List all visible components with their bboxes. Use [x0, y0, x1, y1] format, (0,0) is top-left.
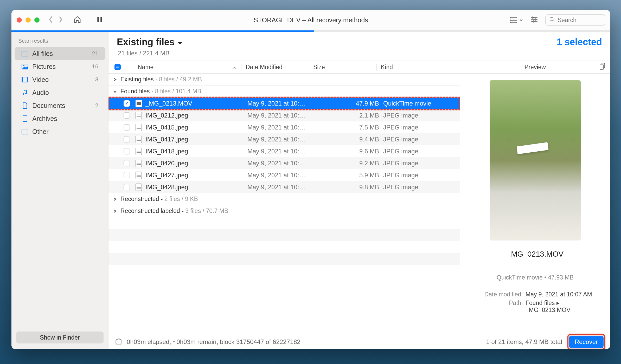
preview-thumbnail[interactable] [490, 80, 581, 240]
column-header-date[interactable]: Date Modified [241, 64, 309, 71]
sidebar-item-other[interactable]: Other [15, 125, 105, 138]
file-size: 5.9 MB [315, 172, 382, 179]
file-date: May 9, 2021 at 10:… [247, 172, 315, 179]
file-kind: JPEG image [382, 124, 460, 131]
group-meta: 8 files / 49.2 MB [159, 76, 202, 83]
column-header-size[interactable]: Size [309, 64, 376, 71]
sidebar-item-label: Pictures [32, 63, 56, 70]
file-kind: QuickTime movie [382, 100, 460, 107]
row-checkbox[interactable] [121, 148, 132, 154]
file-size: 9.6 MB [315, 148, 382, 155]
file-name: IMG_0418.jpeg [145, 148, 247, 155]
file-kind: JPEG image [382, 160, 460, 167]
file-date: May 9, 2021 at 10:… [247, 160, 315, 167]
file-row[interactable]: IMG_0415.jpegMay 9, 2021 at 10:…7.5 MBJP… [108, 121, 460, 133]
row-checkbox[interactable] [121, 184, 132, 190]
row-checkbox[interactable] [121, 112, 132, 119]
sidebar-item-label: All files [32, 50, 53, 57]
file-type-icon [132, 160, 145, 167]
file-name: IMG_0212.jpeg [145, 112, 247, 119]
file-size: 47.9 MB [315, 100, 382, 107]
file-count-summary: 21 files / 221.4 MB [117, 50, 602, 57]
file-row[interactable]: IMG_0417.jpegMay 9, 2021 at 10:…9.4 MBJP… [108, 133, 460, 145]
other-icon [21, 128, 29, 135]
group-label: Existing files - [120, 76, 157, 83]
all-files-icon [21, 50, 29, 57]
scan-status: 0h03m elapsed, ~0h03m remain, block 3175… [127, 338, 300, 346]
group-label: Found files - [120, 88, 153, 95]
file-row[interactable]: IMG_0428.jpegMay 9, 2021 at 10:…9.8 MBJP… [108, 181, 460, 193]
file-date: May 9, 2021 at 10:… [247, 124, 315, 131]
forward-button[interactable] [58, 16, 63, 24]
file-row[interactable]: IMG_0420.jpegMay 9, 2021 at 10:…9.2 MBJP… [108, 157, 460, 169]
search-input[interactable] [558, 17, 610, 24]
home-button[interactable] [73, 16, 81, 24]
preview-filename: _MG_0213.MOV [507, 250, 564, 258]
pause-button[interactable] [97, 16, 103, 24]
row-checkbox[interactable] [121, 100, 132, 107]
column-header-kind[interactable]: Kind [376, 64, 460, 71]
main-title-text: Existing files [117, 37, 175, 48]
svg-point-15 [23, 65, 24, 66]
svg-rect-17 [22, 77, 23, 82]
file-date: May 9, 2021 at 10:… [247, 184, 315, 191]
file-date: May 9, 2021 at 10:… [247, 100, 315, 107]
file-name: _MG_0213.MOV [145, 100, 247, 107]
column-header-name[interactable]: Name [127, 64, 241, 71]
file-row[interactable]: IMG_0427.jpegMay 9, 2021 at 10:…5.9 MBJP… [108, 169, 460, 181]
sidebar-item-documents[interactable]: Documents 2 [15, 99, 105, 112]
file-kind: JPEG image [382, 148, 460, 155]
file-type-icon [132, 124, 145, 131]
view-mode-button[interactable] [510, 17, 523, 23]
row-checkbox[interactable] [121, 172, 132, 178]
row-checkbox[interactable] [121, 136, 132, 142]
file-size: 2.1 MB [315, 112, 382, 119]
show-in-finder-button[interactable]: Show in Finder [16, 332, 104, 343]
maximize-button[interactable] [34, 17, 40, 23]
recover-button[interactable]: Recover [569, 336, 604, 348]
sidebar-item-video[interactable]: Video 3 [15, 73, 105, 86]
spinner-icon [115, 339, 122, 345]
copy-icon[interactable] [599, 63, 605, 71]
sort-asc-icon [232, 64, 236, 71]
file-name: IMG_0420.jpeg [145, 160, 247, 167]
file-row[interactable]: IMG_0212.jpegMay 9, 2021 at 10:…2.1 MBJP… [108, 109, 460, 121]
file-date: May 9, 2021 at 10:… [247, 136, 315, 143]
select-all-checkbox[interactable] [108, 64, 127, 70]
file-row[interactable]: IMG_0418.jpegMay 9, 2021 at 10:…9.6 MBJP… [108, 145, 460, 157]
archives-icon [21, 115, 29, 122]
file-kind: JPEG image [382, 136, 460, 143]
file-size: 9.8 MB [315, 184, 382, 191]
svg-rect-13 [22, 51, 28, 56]
sidebar-item-pictures[interactable]: Pictures 16 [15, 60, 105, 73]
file-type-icon [132, 100, 145, 107]
group-row-reconstructed-labeled[interactable]: Reconstructed labeled - 3 files / 70.7 M… [108, 205, 460, 217]
search-box[interactable] [545, 14, 605, 26]
group-meta: 2 files / 9 KB [164, 196, 198, 203]
minimize-button[interactable] [25, 17, 31, 23]
close-button[interactable] [17, 17, 22, 23]
file-type-icon [132, 112, 145, 119]
back-button[interactable] [48, 16, 53, 24]
sidebar-item-all-files[interactable]: All files 21 [15, 47, 105, 60]
row-checkbox[interactable] [121, 160, 132, 166]
row-checkbox[interactable] [121, 124, 132, 131]
group-row-existing[interactable]: Existing files - 8 files / 49.2 MB [108, 74, 460, 86]
file-row[interactable]: _MG_0213.MOV May 9, 2021 at 10:… 47.9 MB… [108, 98, 460, 109]
file-size: 9.2 MB [315, 160, 382, 167]
file-name: IMG_0428.jpeg [145, 184, 247, 191]
file-kind: JPEG image [382, 112, 460, 119]
main-title[interactable]: Existing files [117, 37, 183, 48]
sidebar-item-count: 21 [92, 50, 98, 57]
toolbar: STORAGE DEV – All recovery methods [11, 10, 610, 30]
sidebar-item-label: Video [32, 76, 49, 83]
sidebar-item-archives[interactable]: Archives [15, 112, 105, 125]
group-row-found[interactable]: Found files - 8 files / 101.4 MB [108, 86, 460, 98]
sidebar-item-audio[interactable]: Audio [15, 86, 105, 99]
group-row-reconstructed[interactable]: Reconstructed - 2 files / 9 KB [108, 193, 460, 205]
traffic-lights [17, 17, 40, 23]
file-name: IMG_0417.jpeg [145, 136, 247, 143]
file-type-icon [132, 184, 145, 191]
settings-button[interactable] [530, 16, 538, 24]
group-meta: 3 files / 70.7 MB [185, 207, 228, 214]
